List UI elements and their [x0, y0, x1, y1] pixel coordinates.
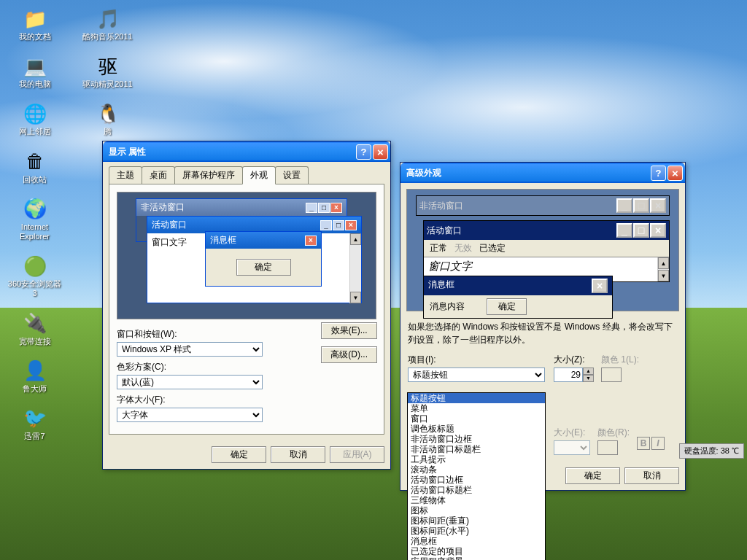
adv-selected: 已选定	[479, 243, 506, 253]
dropdown-item[interactable]: 图标间距(水平)	[408, 526, 545, 536]
tab-2[interactable]: 屏幕保护程序	[174, 166, 243, 184]
icon-label: 驱动精灵2011	[82, 79, 132, 89]
icon-image: 👤	[23, 359, 47, 383]
icon-label: 360安全浏览器 3	[7, 279, 62, 298]
advanced-note: 如果您选择的 Windows 和按钮设置不是 Windows 经典，将会改写下列…	[400, 317, 685, 349]
size-label: 大小(Z):	[554, 354, 594, 366]
preview-inactive-window: 非活动窗口 _□×	[136, 199, 347, 216]
titlebar[interactable]: 高级外观 ? ×	[400, 163, 685, 183]
adv-cancel-button[interactable]: 取消	[624, 467, 679, 484]
icon-image: 驱	[96, 55, 120, 78]
adv-preview-ok: 确定	[487, 298, 527, 315]
adv-ok-button[interactable]: 确定	[565, 467, 620, 484]
icon-label: 迅雷7	[24, 432, 44, 441]
size-spinner[interactable]: ▲▼	[554, 368, 594, 382]
item-dropdown-list[interactable]: 标题按钮菜单窗口调色板标题非活动窗口边框非活动窗口标题栏工具提示滚动条活动窗口边…	[407, 392, 546, 560]
fcolor-picker	[597, 440, 618, 455]
desktop-icon[interactable]: 🌍Internet Explorer	[7, 198, 62, 241]
item-select[interactable]: 标题按钮	[408, 368, 545, 382]
spin-up[interactable]: ▲	[583, 368, 594, 375]
icon-label: 网上邻居	[19, 127, 51, 136]
icon-image: 📁	[23, 7, 47, 31]
dropdown-item[interactable]: 非活动窗口标题栏	[408, 444, 545, 454]
icon-label: 回收站	[23, 175, 47, 184]
fsize-select	[554, 440, 590, 455]
desktop-icon[interactable]: 驱驱动精灵2011	[80, 55, 135, 89]
help-button[interactable]: ?	[651, 166, 666, 181]
tab-1[interactable]: 桌面	[142, 166, 175, 184]
dropdown-item[interactable]: 应用程序背景	[408, 556, 545, 560]
desktop-icon[interactable]: 👤鲁大师	[7, 359, 62, 394]
desktop-icon[interactable]: 🐧腾	[80, 102, 135, 136]
cancel-button[interactable]: 取消	[271, 446, 325, 463]
bold-button: B	[637, 437, 650, 450]
titlebar[interactable]: 显示 属性 ? ×	[103, 141, 390, 162]
effects-button[interactable]: 效果(E)...	[321, 322, 377, 339]
dropdown-item[interactable]: 非活动窗口边框	[408, 434, 545, 444]
close-button[interactable]: ×	[667, 166, 683, 181]
icon-image: 🐧	[96, 102, 120, 125]
dropdown-item[interactable]: 标题按钮	[408, 393, 545, 403]
fcolor-label: 颜色(R):	[597, 427, 630, 439]
desktop-icon[interactable]: 🎵酷狗音乐2011	[80, 7, 135, 42]
desktop-icon[interactable]: 🗑回收站	[7, 150, 62, 184]
desktop-icon[interactable]: 🐦迅雷7	[7, 407, 62, 441]
color1-picker[interactable]	[601, 368, 622, 382]
tab-4[interactable]: 设置	[275, 166, 309, 184]
icon-label: 我的文档	[19, 32, 51, 42]
icon-label: 鲁大师	[23, 384, 47, 394]
adv-normal: 正常	[430, 243, 447, 253]
icon-image: 🐦	[23, 407, 47, 430]
close-button[interactable]: ×	[373, 144, 388, 160]
appearance-preview: 非活动窗口 _□× 活动窗口 _□× 窗口文字 ▲ ▼	[117, 192, 376, 319]
icon-label: 我的电脑	[19, 79, 51, 89]
windows-buttons-select[interactable]: Windows XP 样式	[117, 342, 263, 357]
color1-label: 颜色 1(L):	[601, 354, 639, 366]
desktop-icon[interactable]: 🌐网上邻居	[7, 102, 62, 136]
dropdown-item[interactable]: 工具提示	[408, 454, 545, 464]
spin-down[interactable]: ▼	[583, 375, 594, 382]
apply-button[interactable]: 应用(A)	[330, 446, 384, 463]
dropdown-item[interactable]: 图标	[408, 505, 545, 516]
tab-3[interactable]: 外观	[242, 166, 276, 184]
hdd-temp-widget: 硬盘温度: 38 ℃	[679, 443, 744, 459]
adv-inactive-title: 非活动窗口	[419, 200, 616, 212]
dropdown-item[interactable]: 窗口	[408, 413, 545, 424]
icon-image: 🌐	[23, 102, 47, 125]
preview-msgbox-title: 消息框 ×	[206, 232, 321, 249]
dropdown-item[interactable]: 图标间距(垂直)	[408, 516, 545, 526]
font-size-label: 字体大小(F):	[117, 394, 376, 406]
preview-ok-button: 确定	[236, 259, 291, 276]
adv-msg-content: 消息内容	[430, 300, 465, 313]
color-scheme-select[interactable]: 默认(蓝)	[117, 375, 263, 389]
fsize-label: 大小(E):	[554, 427, 590, 439]
size-input[interactable]	[554, 368, 583, 382]
desktop-icon[interactable]: 📁我的文档	[7, 7, 62, 42]
desktop-icon[interactable]: 🟢360安全浏览器 3	[7, 254, 62, 298]
help-button[interactable]: ?	[356, 144, 371, 160]
font-size-select[interactable]: 大字体	[117, 408, 263, 422]
icon-label: 腾	[104, 127, 112, 136]
dropdown-item[interactable]: 滚动条	[408, 464, 545, 475]
dropdown-item[interactable]: 调色板标题	[408, 424, 545, 434]
dropdown-item[interactable]: 活动窗口标题栏	[408, 485, 545, 495]
window-title: 显示 属性	[109, 146, 356, 158]
icon-image: 💻	[23, 55, 47, 78]
icon-image: 🔌	[23, 312, 47, 335]
preview-scrollbar: ▲ ▼	[349, 233, 361, 303]
tab-strip: 主题桌面屏幕保护程序外观设置	[103, 162, 390, 184]
icon-label: 酷狗音乐2011	[82, 32, 132, 42]
ok-button[interactable]: 确定	[212, 446, 266, 463]
dropdown-item[interactable]: 菜单	[408, 403, 545, 413]
adv-msgbox-title: 消息框	[428, 279, 592, 293]
desktop-icon[interactable]: 💻我的电脑	[7, 55, 62, 89]
desktop-icon[interactable]: 🔌宽带连接	[7, 312, 62, 346]
dropdown-item[interactable]: 消息框	[408, 536, 545, 546]
advanced-button[interactable]: 高级(D)...	[321, 346, 377, 363]
tab-0[interactable]: 主题	[109, 166, 142, 184]
dropdown-item[interactable]: 已选定的项目	[408, 546, 545, 556]
dropdown-item[interactable]: 三维物体	[408, 495, 545, 505]
icon-label: Internet Explorer	[7, 222, 62, 241]
window-title: 高级外观	[406, 167, 651, 179]
dropdown-item[interactable]: 活动窗口边框	[408, 475, 545, 485]
